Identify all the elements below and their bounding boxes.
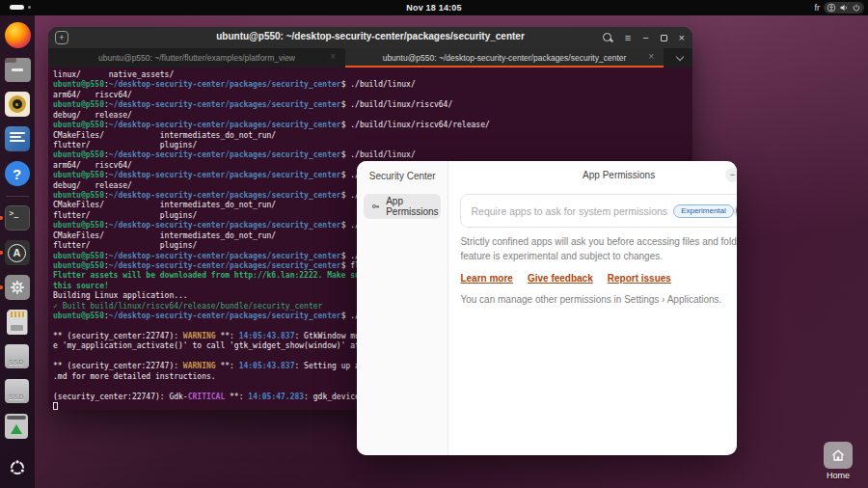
files-icon — [5, 58, 31, 82]
dock-item-sd-card[interactable] — [5, 310, 31, 336]
dock-item-settings[interactable] — [5, 275, 31, 301]
require-permissions-card: Require apps to ask for system permissio… — [460, 194, 737, 228]
minimize-button[interactable]: − — [725, 168, 737, 182]
dock-item-ssd-2[interactable]: SSD — [5, 379, 31, 405]
report-issues-link[interactable]: Report issues — [608, 273, 671, 284]
links-row: Learn more Give feedback Report issues — [460, 273, 737, 284]
tab-platform-view[interactable]: ubuntu@p550: ~/flutter/flutter/examples/… — [48, 48, 345, 68]
ssd-drive-icon: SSD — [5, 344, 29, 368]
sidebar-item-label: App Permissions — [386, 196, 441, 217]
top-bar: Nov 18 14:05 fr — [0, 0, 868, 15]
security-center-main: App Permissions − × Require apps to ask … — [448, 161, 737, 455]
app-name: Security Center — [357, 161, 448, 190]
experimental-badge: Experimental — [673, 204, 734, 218]
circle-a-app-icon: A — [5, 240, 30, 265]
running-indicator — [0, 216, 3, 220]
trash-icon — [5, 414, 28, 439]
dock-item-trash[interactable] — [5, 414, 31, 440]
dock-item-rhythmbox[interactable] — [5, 92, 31, 118]
require-permissions-label: Require apps to ask for system permissio… — [471, 205, 667, 217]
key-icon — [371, 201, 380, 212]
gear-icon — [5, 275, 30, 300]
dock-item-ubuntu-logo[interactable] — [9, 459, 26, 480]
search-icon[interactable] — [602, 32, 613, 43]
dock-item-ssd-1[interactable]: SSD — [5, 344, 31, 370]
libreoffice-writer-icon — [5, 126, 30, 151]
dock-item-circle-a-app[interactable]: A — [5, 240, 31, 266]
tab-close-icon[interactable]: × — [648, 51, 654, 62]
terminal-titlebar[interactable]: + ubuntu@p550: ~/desktop-security-center… — [48, 27, 692, 48]
dock-item-terminal[interactable]: >_ — [5, 205, 31, 231]
rhythmbox-icon — [5, 92, 30, 117]
desktop-home-shortcut[interactable]: Home — [822, 442, 854, 480]
give-feedback-link[interactable]: Give feedback — [528, 273, 593, 284]
tab-close-icon[interactable]: × — [330, 51, 336, 62]
terminal-window-title: ubuntu@p550: ~/desktop-security-center/p… — [48, 31, 692, 41]
accessibility-icon — [827, 3, 836, 13]
system-tray[interactable] — [824, 2, 864, 14]
running-indicator — [0, 251, 3, 255]
ubuntu-logo-icon — [9, 459, 26, 476]
ssd-drive-icon: SSD — [5, 379, 29, 403]
dock-item-files[interactable] — [5, 57, 31, 83]
help-icon: ? — [5, 161, 30, 186]
terminal-icon: >_ — [5, 205, 30, 230]
keyboard-layout-indicator[interactable]: fr — [815, 3, 821, 13]
security-center-header: App Permissions − × — [448, 161, 737, 190]
close-button[interactable]: × — [679, 33, 685, 43]
security-center-sidebar: Security Center App Permissions — [357, 161, 448, 455]
dock-item-libreoffice-writer[interactable] — [5, 126, 31, 152]
tab-label: ubuntu@p550: ~/desktop-security-center/p… — [383, 53, 627, 63]
menu-icon[interactable]: ≡ — [625, 33, 631, 43]
chevron-down-icon[interactable] — [676, 53, 684, 61]
learn-more-link[interactable]: Learn more — [460, 273, 512, 284]
running-indicator — [0, 285, 3, 289]
maximize-button[interactable] — [661, 35, 667, 41]
power-icon — [852, 3, 861, 13]
sidebar-item-app-permissions[interactable]: App Permissions — [364, 194, 441, 219]
permissions-description: Strictly confined apps will ask you befo… — [460, 235, 737, 263]
tab-label: ubuntu@p550: ~/flutter/flutter/examples/… — [98, 53, 295, 63]
dock-item-firefox[interactable] — [5, 22, 31, 48]
page-title: App Permissions — [448, 170, 737, 180]
terminal-tab-bar: ubuntu@p550: ~/flutter/flutter/examples/… — [48, 48, 692, 68]
home-folder-icon — [824, 442, 853, 469]
firefox-icon — [5, 22, 31, 48]
dock: ? >_ A — [0, 15, 35, 488]
minimize-button[interactable]: − — [642, 33, 648, 43]
permissions-footnote: You can manage other permissions in Sett… — [460, 294, 737, 305]
toggle-knob — [736, 204, 737, 217]
dock-item-help[interactable]: ? — [5, 161, 31, 187]
sd-card-icon — [7, 310, 28, 335]
desktop: Nov 18 14:05 fr — [0, 0, 868, 488]
dock-separator — [6, 196, 29, 197]
clock[interactable]: Nov 18 14:05 — [0, 3, 868, 13]
security-center-window: Security Center App Permissions App Perm… — [357, 161, 737, 455]
volume-icon — [839, 3, 849, 13]
permissions-toggle[interactable] — [734, 203, 737, 219]
home-label: Home — [822, 471, 854, 480]
active-tab-underline — [345, 66, 664, 68]
